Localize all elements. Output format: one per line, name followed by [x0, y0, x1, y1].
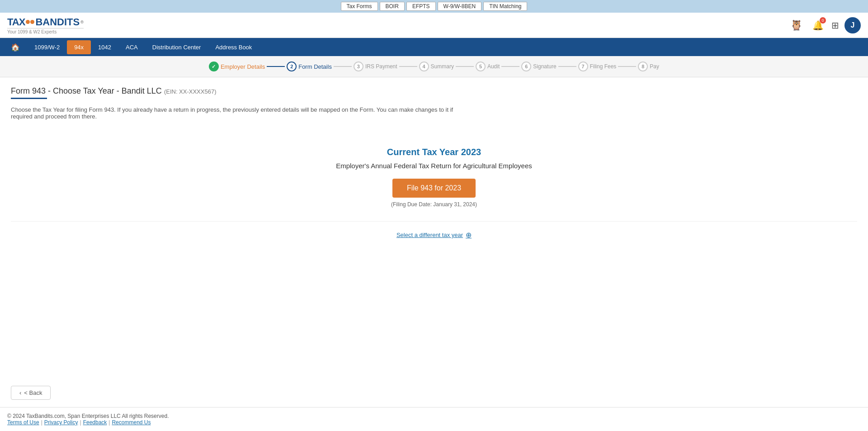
logo-subtitle: Your 1099 & W2 Experts: [7, 28, 84, 34]
footer-links: Terms of Use | Privacy Policy | Feedback…: [7, 419, 861, 426]
select-different-year-link[interactable]: Select a different tax year ⊕: [396, 231, 472, 239]
footer: © 2024 TaxBandits.com, Span Enterprises …: [0, 407, 868, 431]
step-line-2: [334, 66, 352, 67]
notifications-icon[interactable]: 🔔 0: [810, 17, 826, 33]
form-description: Employer's Annual Federal Tax Return for…: [336, 162, 532, 170]
feedback-link[interactable]: Feedback: [83, 419, 107, 426]
logo[interactable]: TAX BANDITS ® Your 1099 & W2 Experts: [7, 16, 84, 34]
filing-due-date: (Filing Due Date: January 31, 2024): [391, 201, 477, 208]
nav-94x[interactable]: 94x: [67, 40, 91, 54]
description-text: Choose the Tax Year for filing Form 943.…: [11, 106, 463, 120]
header-right: 🦉 🔔 0 ⊞ J: [788, 17, 861, 33]
step-3-label: IRS Payment: [365, 63, 397, 70]
header: TAX BANDITS ® Your 1099 & W2 Experts 🦉 🔔…: [0, 13, 868, 38]
top-bar-tax-forms[interactable]: Tax Forms: [341, 2, 378, 11]
nav-address-book[interactable]: Address Book: [208, 40, 259, 54]
step-4-label: Summary: [431, 63, 454, 70]
section-divider: [11, 221, 857, 222]
step-6-label: Signature: [533, 63, 556, 70]
step-5-circle: 5: [476, 62, 486, 71]
top-bar-efpts[interactable]: EFPTS: [406, 2, 436, 11]
step-6: 6 Signature: [521, 62, 556, 71]
title-underline: [11, 98, 47, 99]
nav-1042[interactable]: 1042: [91, 40, 118, 54]
top-bar: Tax Forms BOIR EFPTS W-9/W-8BEN TIN Matc…: [0, 0, 868, 13]
step-7-circle: 7: [578, 62, 588, 71]
step-8-label: Pay: [650, 63, 659, 70]
terms-of-use-link[interactable]: Terms of Use: [7, 419, 39, 426]
logo-trademark: ®: [80, 20, 84, 24]
step-1: ✓ Employer Details: [209, 62, 265, 71]
nav-home[interactable]: 🏠: [4, 39, 27, 55]
back-chevron-icon: ‹: [19, 389, 21, 396]
ein-label: (EIN: XX-XXXX567): [164, 88, 217, 95]
step-2-circle: 2: [287, 62, 297, 71]
current-tax-year-label: Current Tax Year 2023: [387, 147, 481, 157]
nav-distribution-center[interactable]: Distribution Center: [145, 40, 208, 54]
nav-menu: 🏠 1099/W-2 94x 1042 ACA Distribution Cen…: [0, 38, 868, 56]
step-line-1: [267, 66, 285, 67]
step-line-5: [501, 66, 519, 67]
stepper: ✓ Employer Details 2 Form Details 3 IRS …: [0, 56, 868, 77]
step-4: 4 Summary: [419, 62, 454, 71]
step-3: 3 IRS Payment: [354, 62, 397, 71]
step-1-label: Employer Details: [221, 63, 265, 70]
step-4-circle: 4: [419, 62, 429, 71]
recommend-us-link[interactable]: Recommend Us: [112, 419, 151, 426]
step-6-circle: 6: [521, 62, 531, 71]
main-content: Form 943 - Choose Tax Year - Bandit LLC …: [0, 77, 868, 379]
back-button[interactable]: ‹ < Back: [11, 386, 51, 400]
step-5: 5 Audit: [476, 62, 500, 71]
tax-year-section: Current Tax Year 2023 Employer's Annual …: [11, 133, 857, 253]
step-5-label: Audit: [487, 63, 500, 70]
back-section: ‹ < Back: [0, 379, 868, 407]
step-8-circle: 8: [638, 62, 648, 71]
privacy-policy-link[interactable]: Privacy Policy: [44, 419, 78, 426]
logo-owl-icon: [26, 20, 34, 24]
notification-badge: 0: [820, 17, 826, 24]
step-2-label: Form Details: [298, 63, 332, 70]
step-line-4: [456, 66, 474, 67]
footer-copyright: © 2024 TaxBandits.com, Span Enterprises …: [7, 413, 861, 419]
owl-support-icon[interactable]: 🦉: [788, 17, 804, 33]
step-7: 7 Filing Fees: [578, 62, 617, 71]
logo-tax: TAX: [7, 16, 25, 28]
nav-1099w2[interactable]: 1099/W-2: [27, 40, 67, 54]
nav-aca[interactable]: ACA: [118, 40, 145, 54]
step-line-3: [399, 66, 417, 67]
logo-bandits: BANDITS: [35, 16, 80, 28]
top-bar-boir[interactable]: BOIR: [380, 2, 405, 11]
step-line-7: [618, 66, 636, 67]
apps-grid-icon[interactable]: ⊞: [831, 20, 839, 31]
top-bar-tin[interactable]: TIN Matching: [483, 2, 527, 11]
step-3-circle: 3: [354, 62, 363, 71]
user-avatar[interactable]: J: [844, 17, 861, 33]
select-year-chevron-icon: ⊕: [466, 231, 472, 239]
step-2: 2 Form Details: [287, 62, 332, 71]
page-title: Form 943 - Choose Tax Year - Bandit LLC …: [11, 86, 857, 96]
file-943-button[interactable]: File 943 for 2023: [392, 179, 476, 198]
step-7-label: Filing Fees: [590, 63, 617, 70]
step-1-circle: ✓: [209, 62, 219, 71]
top-bar-w9[interactable]: W-9/W-8BEN: [438, 2, 482, 11]
step-line-6: [558, 66, 576, 67]
step-8: 8 Pay: [638, 62, 659, 71]
